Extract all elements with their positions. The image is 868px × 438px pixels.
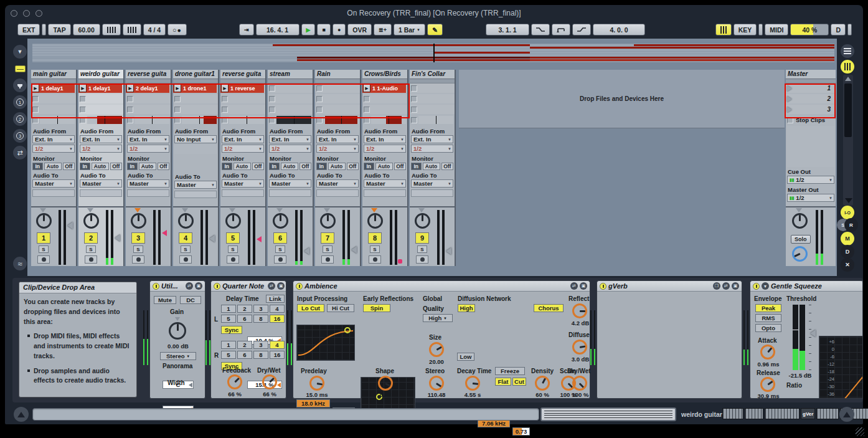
- returns-section-toggle[interactable]: R: [844, 218, 858, 232]
- clip-launch-button[interactable]: ▶: [79, 84, 87, 92]
- plugin-window-icon[interactable]: ❐: [713, 282, 720, 290]
- device-title[interactable]: gVerb: [608, 282, 628, 290]
- stop-button[interactable]: ■: [317, 24, 330, 36]
- audio-to-select[interactable]: Master▼: [364, 179, 406, 188]
- clip-slot[interactable]: [220, 105, 265, 114]
- loop-start-field[interactable]: 3. 1. 1: [486, 24, 529, 36]
- arm-button[interactable]: [179, 255, 192, 264]
- show-device-view-button[interactable]: [839, 407, 854, 422]
- feedback-value[interactable]: 66 %: [222, 391, 247, 398]
- monitor-in-button[interactable]: In: [316, 163, 327, 170]
- pan-knob[interactable]: [320, 213, 336, 229]
- session-clip[interactable]: ▶1 1-Audio: [362, 83, 406, 93]
- audio-to-select[interactable]: Master▼: [411, 179, 453, 188]
- solo-button[interactable]: S: [86, 245, 96, 253]
- input-channel-select[interactable]: 1/2▼: [127, 145, 169, 153]
- device-on-button[interactable]: [753, 283, 760, 290]
- computer-midi-keyboard-button[interactable]: [715, 24, 732, 36]
- track-activator[interactable]: 6: [273, 232, 287, 244]
- crossfade-section-toggle[interactable]: ✕: [841, 258, 854, 272]
- scene-1[interactable]: 1: [786, 83, 836, 93]
- density-knob[interactable]: [535, 376, 550, 391]
- solo-button[interactable]: S: [228, 245, 238, 253]
- delay-beat-l-1[interactable]: 1: [221, 305, 236, 313]
- input-channel-select[interactable]: 1/2▼: [269, 145, 311, 153]
- scrollbar-thumb[interactable]: [844, 83, 852, 137]
- arm-button[interactable]: [416, 255, 428, 264]
- pan-knob[interactable]: [367, 213, 383, 229]
- track-header[interactable]: reverse guita: [126, 70, 171, 79]
- clip-stop-square[interactable]: [80, 117, 86, 123]
- punch-in-button[interactable]: [531, 24, 550, 36]
- arrangement-overview[interactable]: [32, 44, 834, 62]
- clip-slot[interactable]: ▶1 reverse: [220, 83, 265, 93]
- clip-launch-button[interactable]: ▶: [221, 84, 229, 92]
- device-on-button[interactable]: [153, 283, 159, 290]
- clip-stop-square[interactable]: [32, 107, 39, 113]
- monitor-in-button[interactable]: In: [80, 163, 90, 170]
- play-button[interactable]: ▶: [301, 24, 316, 36]
- clip-slot[interactable]: [362, 94, 407, 103]
- track-header[interactable]: Rain: [315, 70, 360, 79]
- clip-slot[interactable]: [31, 105, 76, 114]
- clip-stop-square[interactable]: [411, 117, 417, 123]
- diffuse-value[interactable]: 3.0 dB: [568, 356, 592, 363]
- clip-slot[interactable]: ▶1 delay1: [31, 83, 76, 93]
- nudge-up-button[interactable]: [123, 24, 141, 36]
- reflect-value[interactable]: 4.2 dB: [568, 320, 592, 326]
- input-channel-select[interactable]: 1/2▼: [364, 145, 406, 153]
- track-header[interactable]: reverse guita: [220, 70, 265, 79]
- monitor-in-button[interactable]: In: [127, 163, 138, 170]
- device-title[interactable]: Util...: [161, 282, 178, 290]
- master-out-select[interactable]: ▮▮ 1/2▼: [787, 194, 834, 202]
- solo-button[interactable]: S: [275, 245, 285, 253]
- clip-slot[interactable]: [126, 94, 171, 103]
- phase-nudge-splitter[interactable]: [42, 24, 46, 36]
- master-pan-knob[interactable]: [792, 213, 808, 229]
- delay-beat-l-8[interactable]: 8: [253, 315, 268, 323]
- disk-overload-indicator[interactable]: D: [831, 24, 846, 36]
- input-channel-select[interactable]: 1/2▼: [222, 145, 264, 153]
- delay-beat-l-3[interactable]: 3: [253, 305, 268, 313]
- volume-fader-handle[interactable]: [209, 235, 215, 242]
- scene-3[interactable]: 3: [786, 105, 836, 114]
- clip-stop-square[interactable]: [32, 96, 39, 102]
- monitor-off-button[interactable]: Off: [252, 163, 264, 170]
- track-activator[interactable]: 1: [37, 232, 50, 244]
- scene-launch-icon[interactable]: [787, 85, 792, 92]
- peak-button[interactable]: Peak: [755, 304, 781, 312]
- audio-from-select[interactable]: No Input▼: [174, 135, 217, 143]
- monitor-off-button[interactable]: Off: [300, 163, 311, 170]
- clip-slot[interactable]: [173, 94, 218, 103]
- device-on-button[interactable]: [296, 283, 303, 290]
- delay-beat-r-5[interactable]: 5: [221, 351, 236, 359]
- hot-swap-icon[interactable]: ⇄: [186, 282, 193, 290]
- device-title[interactable]: Ambience: [304, 282, 337, 290]
- volume-fader-handle[interactable]: [446, 247, 451, 255]
- track-header[interactable]: stream: [268, 70, 313, 79]
- track-activator[interactable]: 5: [226, 232, 240, 244]
- audio-from-select[interactable]: Ext. In▼: [411, 135, 453, 143]
- pan-knob[interactable]: [273, 213, 288, 229]
- clip-slot[interactable]: [126, 105, 171, 114]
- browser-chooser-button[interactable]: ▼: [13, 45, 27, 59]
- delay-section-toggle[interactable]: D: [841, 245, 854, 259]
- arrangement-view-button[interactable]: [841, 44, 854, 58]
- input-channel-select[interactable]: 1/2▼: [411, 145, 453, 153]
- monitor-in-button[interactable]: In: [222, 163, 232, 170]
- overdub-button[interactable]: OVR: [347, 24, 372, 36]
- channel-mode-select[interactable]: Stereo ▼: [160, 352, 196, 360]
- clip-stop-square[interactable]: [269, 96, 275, 102]
- stereo-value[interactable]: 110.48: [423, 391, 450, 398]
- track-header[interactable]: Crows/Birds: [362, 70, 407, 79]
- scroll-down-icon[interactable]: [845, 198, 852, 203]
- clip-slot[interactable]: ▶2 delay1: [126, 83, 171, 93]
- opto-button[interactable]: Opto: [755, 324, 781, 332]
- clip-stop-square[interactable]: [174, 117, 181, 123]
- input-channel-select[interactable]: 1/2▼: [80, 145, 122, 153]
- shape-knob[interactable]: [378, 376, 393, 391]
- save-preset-icon[interactable]: ▣: [277, 282, 285, 290]
- audio-to-select[interactable]: Master▼: [222, 179, 264, 188]
- master-solo-button[interactable]: Solo: [791, 235, 811, 244]
- threshold-handle[interactable]: [810, 330, 816, 337]
